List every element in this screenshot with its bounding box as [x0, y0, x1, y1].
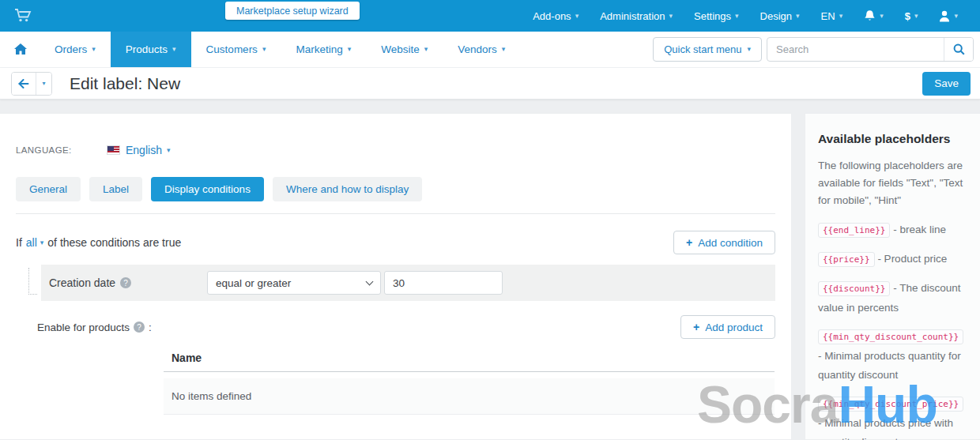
- marketplace-setup-wizard-button[interactable]: Marketplace setup wizard: [225, 2, 360, 20]
- condition-operator-select[interactable]: equal or greater: [207, 271, 381, 295]
- chevron-down-icon: ▾: [839, 13, 843, 20]
- tab-label[interactable]: Label: [89, 177, 142, 201]
- back-dropdown-button[interactable]: ▾: [36, 73, 51, 95]
- nav-vendors[interactable]: Vendors ▾: [443, 32, 520, 67]
- placeholder-code[interactable]: {{price}}: [818, 252, 875, 267]
- nav-products[interactable]: Products ▾: [111, 32, 191, 67]
- conditions-suffix: of these conditions are true: [47, 236, 181, 249]
- placeholder-desc: - break line: [893, 224, 946, 235]
- chevron-down-icon: ▾: [954, 13, 958, 20]
- help-icon[interactable]: ?: [134, 322, 145, 333]
- home-icon: [14, 43, 27, 55]
- menu-administration[interactable]: Administration ▾: [600, 10, 673, 22]
- chevron-down-icon: ▾: [262, 46, 266, 53]
- condition-row: Creation date ? equal or greater: [41, 265, 775, 301]
- nav-orders-label: Orders: [55, 43, 87, 55]
- language-value: English: [126, 144, 162, 156]
- chevron-down-icon: ▾: [42, 81, 45, 87]
- divider: [16, 213, 775, 214]
- topbar-menu: Add-ons ▾ Administration ▾ Settings ▾ De…: [533, 9, 958, 22]
- placeholders-intro: The following placeholders are available…: [818, 157, 967, 209]
- help-icon[interactable]: ?: [120, 277, 131, 288]
- condition-value-input[interactable]: [384, 271, 503, 295]
- add-condition-label: Add condition: [698, 237, 763, 249]
- nav-marketing-label: Marketing: [296, 43, 342, 55]
- menu-addons[interactable]: Add-ons ▾: [533, 10, 579, 22]
- notifications-menu[interactable]: ▾: [864, 9, 884, 22]
- tab-where-and-how-to-display[interactable]: Where and how to display: [273, 177, 422, 201]
- chevron-down-icon: ▾: [796, 13, 800, 20]
- back-split-button: ▾: [11, 72, 52, 96]
- label-editor-panel: LANGUAGE: English ▾ General Label Displa…: [0, 113, 792, 440]
- nav-vendors-label: Vendors: [458, 43, 497, 55]
- placeholder-code[interactable]: {{end_line}}: [818, 223, 890, 238]
- language-select[interactable]: English ▾: [126, 144, 170, 156]
- page-title: Edit label: New: [70, 74, 180, 93]
- placeholder-item: {{price}} - Product price: [818, 250, 967, 269]
- language-label: LANGUAGE:: [16, 145, 107, 155]
- chevron-down-icon: ▾: [167, 147, 171, 154]
- menu-administration-label: Administration: [600, 10, 665, 22]
- add-condition-button[interactable]: + Add condition: [673, 231, 775, 254]
- main-nav-bar: Orders ▾ Products ▾ Customers ▾ Marketin…: [0, 32, 980, 68]
- chevron-down-icon: ▾: [424, 46, 428, 53]
- colon-text: :: [149, 322, 152, 333]
- menu-language[interactable]: EN ▾: [821, 10, 843, 22]
- search-input[interactable]: [767, 38, 944, 61]
- user-menu[interactable]: ▾: [939, 10, 958, 22]
- conditions-operator-value: all: [26, 236, 37, 249]
- placeholder-item: {{min_qty_discount_count}} - Minimal pro…: [818, 327, 967, 385]
- tab-display-conditions[interactable]: Display conditions: [151, 177, 264, 201]
- chevron-down-icon: ▾: [914, 13, 918, 20]
- nav-website[interactable]: Website ▾: [366, 32, 443, 67]
- placeholders-title: Available placeholders: [818, 132, 967, 146]
- menu-language-label: EN: [821, 10, 835, 22]
- nav-home[interactable]: [0, 32, 40, 67]
- placeholder-code[interactable]: {{discount}}: [818, 281, 890, 296]
- conditions-prefix: If: [16, 236, 22, 249]
- currency-menu[interactable]: $ ▾: [905, 10, 918, 22]
- nav-marketing[interactable]: Marketing ▾: [281, 32, 366, 67]
- menu-settings[interactable]: Settings ▾: [694, 10, 739, 22]
- workspace: LANGUAGE: English ▾ General Label Displa…: [0, 100, 980, 440]
- search-box: [767, 37, 974, 62]
- table-empty-row: No items defined: [164, 378, 775, 415]
- add-product-button[interactable]: + Add product: [680, 315, 775, 339]
- plus-icon: +: [686, 236, 692, 249]
- products-table: Name No items defined: [164, 352, 775, 415]
- save-button[interactable]: Save: [922, 72, 971, 96]
- placeholder-desc: - Minimal products quantity for quantity…: [818, 350, 961, 381]
- placeholder-item: {{min_qty_discount_price}} - Minimal pro…: [818, 394, 967, 440]
- plus-icon: +: [693, 321, 699, 333]
- add-product-label: Add product: [705, 322, 763, 333]
- back-arrow-icon: [18, 79, 29, 88]
- nav-customers[interactable]: Customers ▾: [191, 32, 281, 67]
- chevron-down-icon: ▾: [40, 239, 44, 246]
- menu-settings-label: Settings: [694, 10, 731, 22]
- dollar-icon: $: [905, 10, 910, 22]
- search-icon: [953, 43, 965, 55]
- placeholder-code[interactable]: {{min_qty_discount_price}}: [818, 397, 963, 412]
- top-admin-bar: Marketplace setup wizard Add-ons ▾ Admin…: [0, 0, 980, 32]
- quick-start-menu-button[interactable]: Quick start menu ▾: [653, 37, 762, 62]
- conditions-operator-dropdown[interactable]: all ▾: [26, 236, 44, 249]
- placeholder-item: {{end_line}} - break line: [818, 220, 967, 240]
- cart-icon[interactable]: [14, 9, 32, 23]
- nav-customers-label: Customers: [206, 43, 258, 55]
- condition-label: Creation date: [49, 276, 115, 289]
- nav-website-label: Website: [381, 43, 420, 55]
- back-button[interactable]: [12, 73, 36, 95]
- chevron-down-icon: ▾: [735, 13, 739, 20]
- tab-general[interactable]: General: [16, 177, 81, 201]
- chevron-down-icon: ▾: [172, 46, 176, 53]
- drag-handle[interactable]: [28, 268, 37, 295]
- nav-orders[interactable]: Orders ▾: [40, 32, 111, 67]
- chevron-down-icon: ▾: [575, 13, 579, 20]
- menu-addons-label: Add-ons: [533, 10, 571, 22]
- search-button[interactable]: [944, 38, 973, 61]
- placeholder-code[interactable]: {{min_qty_discount_count}}: [818, 329, 963, 344]
- chevron-down-icon: ▾: [880, 13, 884, 20]
- empty-text: No items defined: [172, 390, 251, 402]
- menu-design[interactable]: Design ▾: [760, 10, 800, 22]
- chevron-down-icon: ▾: [502, 46, 506, 53]
